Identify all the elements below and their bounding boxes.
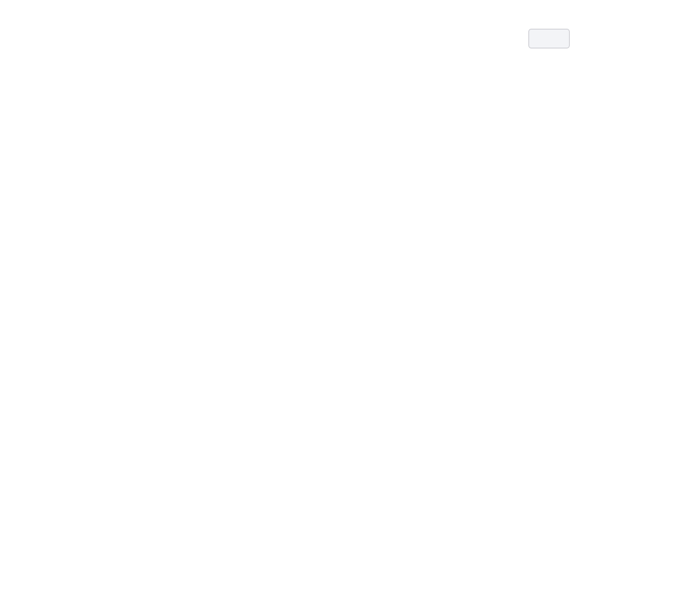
plot-canvas xyxy=(0,0,673,616)
legend xyxy=(528,29,570,48)
legend-line-sample xyxy=(536,38,556,40)
figure xyxy=(0,0,673,616)
